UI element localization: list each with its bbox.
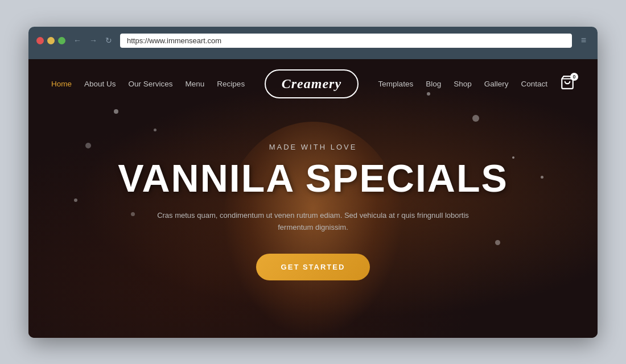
nav-right: Templates Blog Shop Gallery Contact 0 [378, 75, 575, 92]
nav-link-blog[interactable]: Blog [426, 80, 441, 88]
minimize-button[interactable] [47, 37, 55, 44]
hero-content: MADE WITH LOVE VANNILA SPECIALS Cras met… [28, 109, 598, 281]
website-content: Home About Us Our Services Menu Recipes … [28, 59, 598, 338]
browser-chrome: ← → ↻ ≡ [28, 27, 598, 59]
cart-button[interactable]: 0 [560, 75, 575, 92]
browser-menu-button[interactable]: ≡ [578, 34, 590, 47]
cta-button[interactable]: GET STARTED [256, 254, 370, 280]
forward-button[interactable]: → [87, 35, 100, 46]
maximize-button[interactable] [58, 37, 65, 44]
nav-link-contact[interactable]: Contact [521, 80, 547, 88]
nav-link-gallery[interactable]: Gallery [484, 80, 509, 88]
nav-link-menu[interactable]: Menu [186, 80, 205, 88]
nav-link-about[interactable]: About Us [84, 80, 116, 88]
close-button[interactable] [36, 37, 44, 44]
nav-link-home[interactable]: Home [51, 80, 72, 88]
nav-link-templates[interactable]: Templates [378, 80, 414, 88]
nav-link-shop[interactable]: Shop [454, 80, 472, 88]
browser-nav-buttons: ← → ↻ [71, 35, 114, 46]
nav-link-services[interactable]: Our Services [129, 80, 173, 88]
hero-title: VANNILA SPECIALS [40, 158, 586, 198]
site-logo[interactable]: Creamery [265, 69, 359, 98]
logo-text: Creamery [282, 76, 341, 92]
hero-subtitle: MADE WITH LOVE [40, 143, 586, 151]
browser-window: ← → ↻ ≡ Home About Us Our Services [28, 27, 598, 338]
hero-description: Cras metus quam, condimentum ut venen ru… [142, 210, 484, 234]
nav-left: Home About Us Our Services Menu Recipes [51, 80, 245, 88]
address-bar[interactable] [120, 34, 572, 48]
site-navigation: Home About Us Our Services Menu Recipes … [28, 59, 598, 109]
browser-controls: ← → ↻ ≡ [36, 34, 590, 48]
refresh-button[interactable]: ↻ [103, 35, 114, 46]
cart-badge: 0 [570, 73, 578, 81]
nav-link-recipes[interactable]: Recipes [217, 80, 245, 88]
traffic-lights [36, 37, 65, 44]
back-button[interactable]: ← [71, 35, 84, 46]
